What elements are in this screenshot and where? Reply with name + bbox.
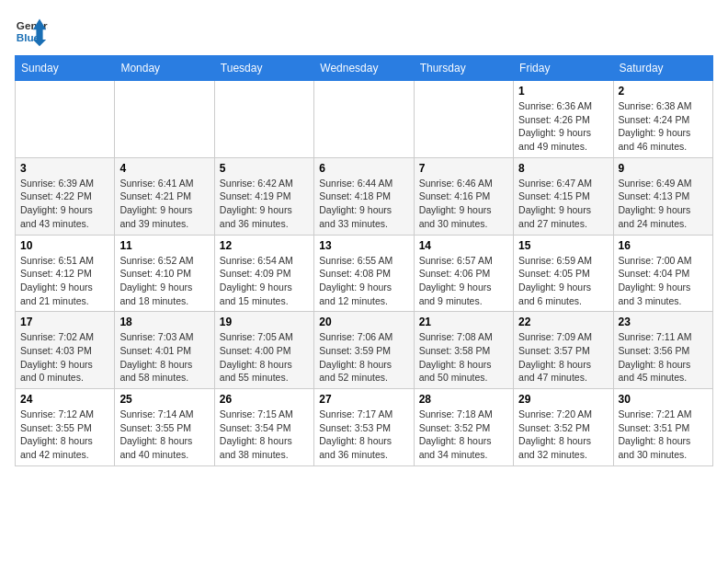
calendar-cell: 22Sunrise: 7:09 AM Sunset: 3:57 PM Dayli… (514, 312, 613, 389)
calendar-week-0: 1Sunrise: 6:36 AM Sunset: 4:26 PM Daylig… (16, 81, 713, 158)
day-info: Sunrise: 7:02 AM Sunset: 4:03 PM Dayligh… (20, 330, 109, 385)
calendar-cell: 21Sunrise: 7:08 AM Sunset: 3:58 PM Dayli… (414, 312, 513, 389)
day-info: Sunrise: 6:51 AM Sunset: 4:12 PM Dayligh… (20, 254, 109, 308)
header-sunday: Sunday (16, 56, 115, 81)
day-number: 1 (518, 85, 608, 98)
day-info: Sunrise: 7:08 AM Sunset: 3:58 PM Dayligh… (419, 330, 508, 385)
calendar-cell: 3Sunrise: 6:39 AM Sunset: 4:22 PM Daylig… (16, 157, 115, 235)
day-info: Sunrise: 7:21 AM Sunset: 3:51 PM Dayligh… (619, 408, 708, 462)
day-info: Sunrise: 6:44 AM Sunset: 4:18 PM Dayligh… (319, 177, 408, 231)
header-saturday: Saturday (613, 56, 712, 81)
day-info: Sunrise: 6:42 AM Sunset: 4:19 PM Dayligh… (220, 177, 309, 231)
day-number: 11 (119, 239, 209, 252)
day-number: 24 (20, 393, 109, 406)
header-monday: Monday (115, 56, 214, 81)
day-info: Sunrise: 7:18 AM Sunset: 3:52 PM Dayligh… (419, 408, 508, 462)
calendar-cell (414, 81, 513, 158)
calendar-cell: 27Sunrise: 7:17 AM Sunset: 3:53 PM Dayli… (314, 389, 414, 466)
calendar-cell: 13Sunrise: 6:55 AM Sunset: 4:08 PM Dayli… (314, 235, 414, 312)
calendar-cell: 10Sunrise: 6:51 AM Sunset: 4:12 PM Dayli… (16, 235, 115, 312)
calendar-cell: 26Sunrise: 7:15 AM Sunset: 3:54 PM Dayli… (214, 389, 313, 466)
calendar-cell (16, 81, 115, 158)
calendar-cell: 18Sunrise: 7:03 AM Sunset: 4:01 PM Dayli… (115, 312, 214, 389)
day-info: Sunrise: 6:41 AM Sunset: 4:21 PM Dayligh… (119, 177, 209, 231)
day-number: 17 (20, 316, 109, 328)
calendar-cell: 30Sunrise: 7:21 AM Sunset: 3:51 PM Dayli… (613, 389, 712, 466)
day-info: Sunrise: 7:15 AM Sunset: 3:54 PM Dayligh… (220, 408, 309, 462)
day-info: Sunrise: 6:52 AM Sunset: 4:10 PM Dayligh… (119, 254, 209, 308)
header-tuesday: Tuesday (214, 56, 313, 81)
day-info: Sunrise: 7:17 AM Sunset: 3:53 PM Dayligh… (319, 408, 408, 462)
day-number: 6 (319, 162, 408, 175)
day-number: 16 (619, 239, 708, 252)
day-number: 26 (220, 393, 309, 406)
day-number: 19 (220, 316, 309, 328)
day-info: Sunrise: 7:09 AM Sunset: 3:57 PM Dayligh… (518, 330, 608, 385)
calendar-cell: 29Sunrise: 7:20 AM Sunset: 3:52 PM Dayli… (514, 389, 613, 466)
header-thursday: Thursday (414, 56, 513, 81)
day-info: Sunrise: 6:38 AM Sunset: 4:24 PM Dayligh… (619, 99, 708, 154)
day-number: 13 (319, 239, 408, 252)
day-info: Sunrise: 6:47 AM Sunset: 4:15 PM Dayligh… (518, 177, 608, 231)
day-number: 30 (619, 393, 708, 406)
day-info: Sunrise: 6:49 AM Sunset: 4:13 PM Dayligh… (619, 177, 708, 231)
day-number: 9 (619, 162, 708, 175)
day-info: Sunrise: 6:57 AM Sunset: 4:06 PM Dayligh… (419, 254, 508, 308)
calendar-week-3: 17Sunrise: 7:02 AM Sunset: 4:03 PM Dayli… (16, 312, 713, 389)
day-number: 21 (419, 316, 508, 328)
day-number: 5 (220, 162, 309, 175)
calendar-cell: 9Sunrise: 6:49 AM Sunset: 4:13 PM Daylig… (613, 157, 712, 235)
day-info: Sunrise: 7:03 AM Sunset: 4:01 PM Dayligh… (119, 330, 209, 385)
calendar-cell: 11Sunrise: 6:52 AM Sunset: 4:10 PM Dayli… (115, 235, 214, 312)
calendar-cell (115, 81, 214, 158)
day-number: 8 (518, 162, 608, 175)
day-number: 23 (619, 316, 708, 328)
calendar-cell: 28Sunrise: 7:18 AM Sunset: 3:52 PM Dayli… (414, 389, 513, 466)
logo-icon: General Blue (15, 15, 48, 48)
calendar: SundayMondayTuesdayWednesdayThursdayFrid… (15, 55, 713, 466)
day-number: 22 (518, 316, 608, 328)
calendar-week-1: 3Sunrise: 6:39 AM Sunset: 4:22 PM Daylig… (16, 157, 713, 235)
calendar-cell: 12Sunrise: 6:54 AM Sunset: 4:09 PM Dayli… (214, 235, 313, 312)
calendar-cell: 16Sunrise: 7:00 AM Sunset: 4:04 PM Dayli… (613, 235, 712, 312)
day-info: Sunrise: 6:39 AM Sunset: 4:22 PM Dayligh… (20, 177, 109, 231)
calendar-cell: 14Sunrise: 6:57 AM Sunset: 4:06 PM Dayli… (414, 235, 513, 312)
day-info: Sunrise: 6:36 AM Sunset: 4:26 PM Dayligh… (518, 99, 608, 154)
day-info: Sunrise: 6:59 AM Sunset: 4:05 PM Dayligh… (518, 254, 608, 308)
day-info: Sunrise: 7:00 AM Sunset: 4:04 PM Dayligh… (619, 254, 708, 308)
day-number: 12 (220, 239, 309, 252)
calendar-cell: 7Sunrise: 6:46 AM Sunset: 4:16 PM Daylig… (414, 157, 513, 235)
day-number: 7 (419, 162, 508, 175)
calendar-cell: 6Sunrise: 6:44 AM Sunset: 4:18 PM Daylig… (314, 157, 414, 235)
day-info: Sunrise: 6:54 AM Sunset: 4:09 PM Dayligh… (220, 254, 309, 308)
calendar-cell: 8Sunrise: 6:47 AM Sunset: 4:15 PM Daylig… (514, 157, 613, 235)
calendar-cell: 20Sunrise: 7:06 AM Sunset: 3:59 PM Dayli… (314, 312, 414, 389)
day-number: 4 (119, 162, 209, 175)
calendar-cell: 2Sunrise: 6:38 AM Sunset: 4:24 PM Daylig… (613, 81, 712, 158)
calendar-cell: 4Sunrise: 6:41 AM Sunset: 4:21 PM Daylig… (115, 157, 214, 235)
calendar-week-4: 24Sunrise: 7:12 AM Sunset: 3:55 PM Dayli… (16, 389, 713, 466)
day-number: 15 (518, 239, 608, 252)
calendar-week-2: 10Sunrise: 6:51 AM Sunset: 4:12 PM Dayli… (16, 235, 713, 312)
day-info: Sunrise: 7:06 AM Sunset: 3:59 PM Dayligh… (319, 330, 408, 385)
header-wednesday: Wednesday (314, 56, 414, 81)
calendar-cell (214, 81, 313, 158)
calendar-cell: 5Sunrise: 6:42 AM Sunset: 4:19 PM Daylig… (214, 157, 313, 235)
logo: General Blue (15, 15, 51, 48)
header: General Blue (15, 15, 713, 48)
day-info: Sunrise: 7:12 AM Sunset: 3:55 PM Dayligh… (20, 408, 109, 462)
day-number: 27 (319, 393, 408, 406)
calendar-cell (314, 81, 414, 158)
calendar-cell: 25Sunrise: 7:14 AM Sunset: 3:55 PM Dayli… (115, 389, 214, 466)
day-number: 14 (419, 239, 508, 252)
day-number: 25 (119, 393, 209, 406)
day-number: 3 (20, 162, 109, 175)
day-number: 2 (619, 85, 708, 98)
day-number: 20 (319, 316, 408, 328)
day-info: Sunrise: 7:11 AM Sunset: 3:56 PM Dayligh… (619, 330, 708, 385)
calendar-cell: 15Sunrise: 6:59 AM Sunset: 4:05 PM Dayli… (514, 235, 613, 312)
day-number: 18 (119, 316, 209, 328)
calendar-cell: 17Sunrise: 7:02 AM Sunset: 4:03 PM Dayli… (16, 312, 115, 389)
day-info: Sunrise: 6:46 AM Sunset: 4:16 PM Dayligh… (419, 177, 508, 231)
header-friday: Friday (514, 56, 613, 81)
